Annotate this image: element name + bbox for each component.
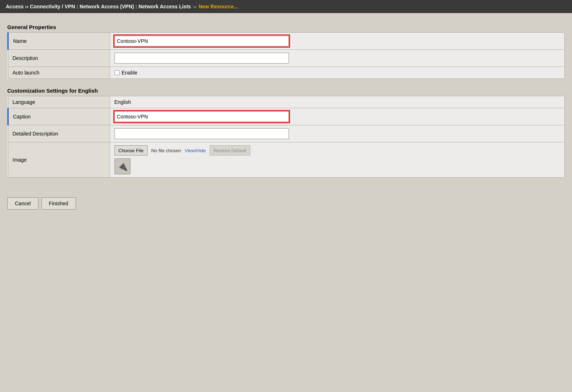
description-value-cell [110, 50, 565, 67]
image-label: Image [8, 142, 110, 178]
table-row: Description [8, 50, 565, 67]
finished-button[interactable]: Finished [41, 197, 76, 210]
name-label: Name [8, 33, 110, 50]
enable-label: Enable [122, 70, 138, 76]
customization-settings-table: Language English Caption Detailed Descri… [7, 96, 565, 178]
caption-label: Caption [8, 108, 110, 125]
image-value-cell: Choose File No file chosen View/Hide Res… [110, 142, 565, 178]
table-row: Caption [8, 108, 565, 125]
main-content: General Properties Name Description Auto… [0, 13, 572, 194]
restore-default-button[interactable]: Restore Default [210, 145, 250, 155]
auto-launch-label: Auto launch [8, 67, 110, 79]
choose-file-button[interactable]: Choose File [114, 145, 148, 155]
network-icon-container: 🔌 [114, 158, 130, 174]
language-label: Language [8, 96, 110, 108]
table-row: Detailed Description [8, 125, 565, 142]
language-value-cell: English [110, 96, 565, 108]
no-file-text: No file chosen [151, 148, 181, 153]
breadcrumb-bar: Access ›› Connectivity / VPN : Network A… [0, 0, 572, 13]
name-input[interactable] [114, 36, 289, 47]
description-input[interactable] [114, 53, 289, 64]
detailed-description-input[interactable] [114, 128, 289, 139]
general-properties-heading: General Properties [7, 24, 565, 30]
view-hide-link[interactable]: View/Hide [185, 148, 206, 153]
table-row: Auto launch Enable [8, 67, 565, 79]
breadcrumb-path: Access ›› Connectivity / VPN : Network A… [6, 4, 191, 9]
description-label: Description [8, 50, 110, 67]
customization-settings-heading: Customization Settings for English [7, 88, 565, 94]
table-row: Image Choose File No file chosen View/Hi… [8, 142, 565, 178]
cancel-button[interactable]: Cancel [7, 197, 39, 210]
detailed-description-value-cell [110, 125, 565, 142]
name-value-cell [110, 33, 565, 50]
table-row: Language English [8, 96, 565, 108]
auto-launch-checkbox[interactable] [114, 70, 120, 75]
table-row: Name [8, 33, 565, 50]
auto-launch-value-cell: Enable [110, 67, 565, 79]
detailed-description-label: Detailed Description [8, 125, 110, 142]
auto-launch-row: Enable [114, 70, 560, 76]
language-value: English [114, 99, 131, 105]
network-icon: 🔌 [117, 161, 128, 171]
button-row: Cancel Finished [0, 194, 572, 213]
general-properties-table: Name Description Auto launch Enable [7, 32, 565, 79]
caption-input[interactable] [114, 111, 289, 122]
caption-value-cell [110, 108, 565, 125]
breadcrumb-separator: ›› [193, 4, 196, 9]
breadcrumb-new-resource[interactable]: New Resource... [199, 4, 238, 9]
image-row: Choose File No file chosen View/Hide Res… [114, 145, 560, 174]
image-controls: Choose File No file chosen View/Hide Res… [114, 145, 560, 155]
